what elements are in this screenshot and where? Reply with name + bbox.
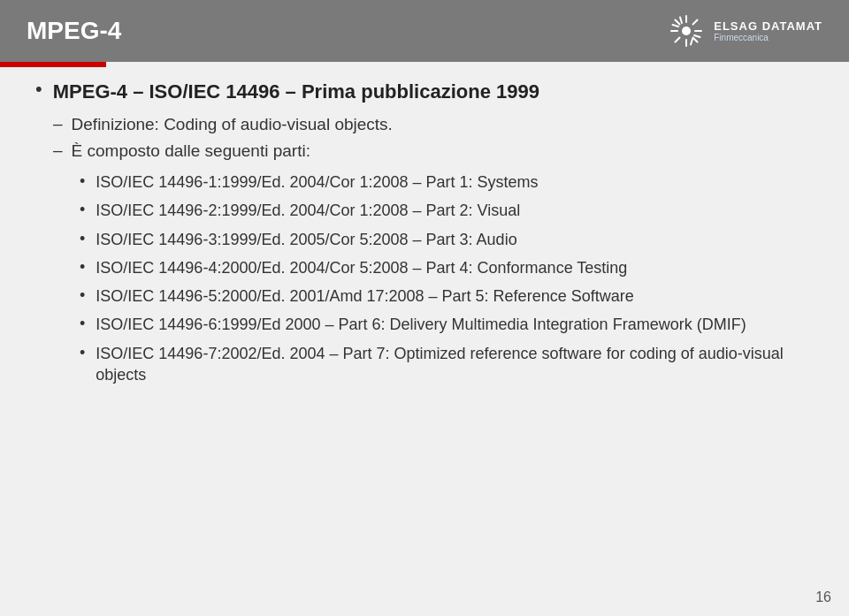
sub-bullet-1: • ISO/IEC 14496-2:1999/Ed. 2004/Cor 1:20… <box>80 200 814 221</box>
svg-line-10 <box>691 39 692 45</box>
sub-bullet-dot-3: • <box>80 258 85 277</box>
sub-bullet-dot-1: • <box>80 201 85 219</box>
main-bullet-item: • MPEG-4 – ISO/IEC 14496 – Prima pubblic… <box>35 80 814 105</box>
sub-bullet-text-3: ISO/IEC 14496-4:2000/Ed. 2004/Cor 5:2008… <box>96 257 627 278</box>
sub-bullet-dot-2: • <box>80 230 85 248</box>
dash-char-0: – <box>53 114 63 133</box>
sub-bullet-text-1: ISO/IEC 14496-2:1999/Ed. 2004/Cor 1:2008… <box>96 200 520 221</box>
sub-bullet-5: • ISO/IEC 14496-6:1999/Ed 2000 – Part 6:… <box>80 314 814 335</box>
sub-bullet-text-2: ISO/IEC 14496-3:1999/Ed. 2005/Cor 5:2008… <box>96 229 516 250</box>
sub-bullet-0: • ISO/IEC 14496-1:1999/Ed. 2004/Cor 1:20… <box>80 171 814 193</box>
sub-bullet-text-5: ISO/IEC 14496-6:1999/Ed 2000 – Part 6: D… <box>96 314 746 335</box>
header-bar: MPEG-4 ELSAG DATAMAT <box>0 0 849 62</box>
sub-bullet-list: • ISO/IEC 14496-1:1999/Ed. 2004/Cor 1:20… <box>80 171 814 392</box>
sub-bullet-dot-4: • <box>80 286 85 305</box>
slide-title: MPEG-4 <box>27 17 121 45</box>
sub-dash-1: – È composto dalle seguenti parti: <box>53 141 814 163</box>
sub-dash-text-0: Definizione: Coding of audio-visual obje… <box>72 114 393 136</box>
logo-sub-text: Finmeccanica <box>714 33 822 42</box>
svg-line-9 <box>680 18 682 24</box>
svg-line-8 <box>676 38 680 42</box>
sub-bullet-dot-0: • <box>80 172 85 191</box>
sub-bullet-text-0: ISO/IEC 14496-1:1999/Ed. 2004/Cor 1:2008… <box>96 171 538 193</box>
main-bullet-text: MPEG-4 – ISO/IEC 14496 – Prima pubblicaz… <box>53 80 539 105</box>
svg-line-5 <box>676 20 680 25</box>
sub-bullet-dot-5: • <box>80 315 85 333</box>
sub-bullet-text-6: ISO/IEC 14496-7:2002/Ed. 2004 – Part 7: … <box>96 343 814 386</box>
logo-area: ELSAG DATAMAT Finmeccanica <box>668 12 822 49</box>
svg-point-0 <box>682 27 691 35</box>
sub-dash-0: – Definizione: Coding of audio-visual ob… <box>53 114 814 136</box>
page-number: 16 <box>815 589 831 605</box>
main-bullet-dot: • <box>35 78 42 101</box>
sub-bullet-2: • ISO/IEC 14496-3:1999/Ed. 2005/Cor 5:20… <box>80 229 814 250</box>
logo-main-text: ELSAG DATAMAT <box>714 19 822 33</box>
svg-line-7 <box>693 20 698 25</box>
svg-line-6 <box>693 38 698 42</box>
svg-line-11 <box>673 25 679 27</box>
sub-bullet-text-4: ISO/IEC 14496-5:2000/Ed. 2001/Amd 17:200… <box>96 285 633 307</box>
sub-bullet-3: • ISO/IEC 14496-4:2000/Ed. 2004/Cor 5:20… <box>80 257 814 278</box>
red-accent-bar <box>0 62 106 67</box>
sub-bullet-dot-6: • <box>80 344 85 362</box>
sub-dash-text-1: È composto dalle seguenti parti: <box>72 141 310 163</box>
sub-bullet-6: • ISO/IEC 14496-7:2002/Ed. 2004 – Part 7… <box>80 343 814 386</box>
main-content: • MPEG-4 – ISO/IEC 14496 – Prima pubblic… <box>35 80 814 581</box>
dash-char-1: – <box>53 141 63 160</box>
logo-text-block: ELSAG DATAMAT Finmeccanica <box>714 19 822 42</box>
elsag-logo-icon <box>668 12 705 49</box>
svg-line-12 <box>694 35 700 37</box>
sub-bullet-4: • ISO/IEC 14496-5:2000/Ed. 2001/Amd 17:2… <box>80 285 814 307</box>
